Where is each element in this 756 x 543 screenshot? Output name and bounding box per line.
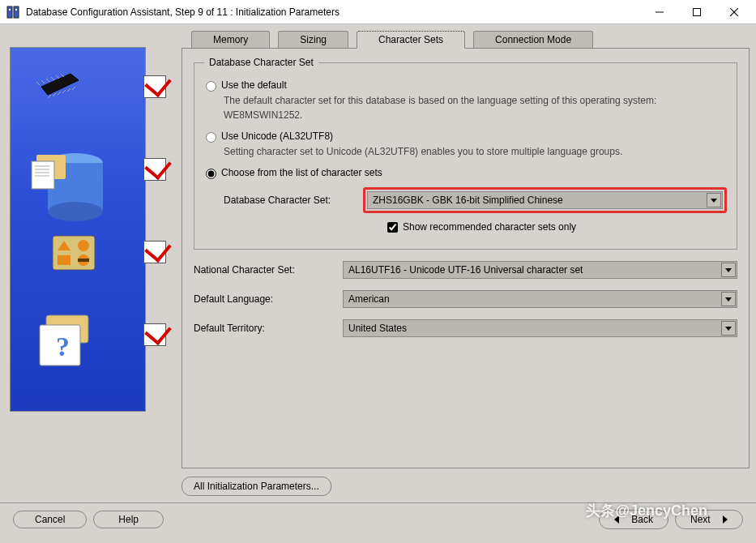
window-title: Database Configuration Assistant, Step 9…: [26, 6, 641, 18]
tab-sizing[interactable]: Sizing: [278, 31, 348, 49]
fieldset-legend: Database Character Set: [204, 57, 318, 68]
national-charset-label: National Character Set:: [194, 264, 343, 276]
arrow-right-icon: [723, 515, 728, 524]
svg-line-17: [58, 92, 61, 95]
wizard-button-bar: Cancel Help Back Next: [0, 502, 756, 536]
default-territory-select[interactable]: United States: [343, 319, 737, 337]
default-territory-label: Default Territory:: [194, 323, 343, 334]
chevron-down-icon: [707, 193, 721, 207]
db-charset-value: ZHS16GBK - GBK 16-bit Simplified Chinese: [373, 195, 563, 206]
svg-point-23: [48, 202, 103, 221]
use-default-description: The default character set for this datab…: [224, 93, 727, 122]
wizard-side-panel: ?: [6, 31, 173, 496]
next-label: Next: [690, 514, 711, 525]
cancel-button[interactable]: Cancel: [13, 511, 87, 528]
radio-use-unicode-label: Use Unicode (AL32UTF8): [221, 130, 333, 142]
maximize-button[interactable]: [678, 0, 715, 24]
db-charset-label: Database Character Set:: [224, 195, 355, 206]
titlebar: Database Configuration Assistant, Step 9…: [0, 0, 756, 24]
svg-line-16: [53, 93, 56, 96]
tab-memory[interactable]: Memory: [191, 31, 270, 49]
default-language-select[interactable]: American: [343, 290, 737, 308]
cancel-label: Cancel: [35, 514, 65, 525]
checkmark-icon: [143, 241, 166, 263]
radio-use-unicode[interactable]: [206, 132, 216, 143]
national-charset-select[interactable]: AL16UTF16 - Unicode UTF-16 Universal cha…: [343, 261, 737, 279]
checkmark-icon: [143, 323, 166, 346]
svg-rect-33: [58, 255, 70, 265]
radio-use-default-label: Use the default: [221, 79, 287, 91]
svg-marker-8: [41, 74, 79, 95]
radio-choose-list-label: Choose from the list of character sets: [221, 167, 382, 178]
svg-line-11: [46, 79, 49, 82]
svg-line-18: [62, 90, 66, 93]
chevron-down-icon: [721, 263, 736, 277]
minimize-button[interactable]: [641, 0, 678, 24]
default-language-label: Default Language:: [194, 293, 343, 305]
show-recommended-checkbox[interactable]: [387, 222, 398, 233]
svg-rect-1: [14, 6, 19, 18]
radio-use-default[interactable]: [206, 81, 216, 92]
back-label: Back: [631, 514, 653, 525]
svg-rect-25: [32, 161, 54, 189]
db-charset-fieldset: Database Character Set Use the default T…: [194, 57, 737, 250]
svg-line-19: [67, 88, 70, 92]
help-label: Help: [118, 514, 139, 525]
all-init-params-label: All Initialization Parameters...: [194, 481, 319, 492]
documents-db-icon: [27, 139, 100, 212]
national-charset-value: AL16UTF16 - Unicode UTF-16 Universal cha…: [348, 264, 583, 276]
default-language-value: American: [348, 293, 390, 305]
radio-choose-list[interactable]: [206, 169, 216, 179]
tabs: Memory Sizing Character Sets Connection …: [182, 31, 750, 49]
svg-text:?: ?: [56, 331, 70, 361]
close-button[interactable]: [715, 0, 753, 24]
svg-rect-3: [15, 9, 17, 11]
db-charset-select[interactable]: ZHS16GBK - GBK 16-bit Simplified Chinese: [367, 191, 723, 209]
all-init-params-button[interactable]: All Initialization Parameters...: [182, 477, 331, 496]
svg-point-32: [78, 240, 89, 251]
chip-icon: [35, 69, 83, 111]
shapes-icon: [51, 234, 100, 276]
show-recommended-label: Show recommended character sets only: [403, 221, 576, 233]
chevron-down-icon: [721, 321, 736, 336]
svg-line-12: [51, 77, 54, 80]
arrow-left-icon: [614, 515, 619, 524]
next-button[interactable]: Next: [675, 510, 743, 529]
svg-line-20: [72, 87, 75, 90]
svg-rect-0: [7, 6, 12, 18]
checkmark-icon: [143, 75, 166, 98]
svg-rect-5: [694, 8, 701, 15]
svg-line-9: [36, 82, 40, 85]
wizard-progress-image: ?: [10, 47, 146, 412]
use-unicode-description: Setting character set to Unicode (AL32UT…: [224, 144, 727, 159]
help-button[interactable]: Help: [93, 511, 164, 528]
default-territory-value: United States: [348, 323, 407, 334]
svg-line-15: [48, 95, 51, 98]
back-button[interactable]: Back: [599, 510, 668, 529]
svg-line-14: [61, 74, 64, 77]
help-doc-icon: ?: [35, 312, 100, 369]
tab-connection-mode[interactable]: Connection Mode: [473, 31, 593, 49]
svg-line-10: [41, 80, 45, 83]
tab-character-sets[interactable]: Character Sets: [357, 31, 465, 49]
svg-rect-2: [9, 9, 11, 11]
tab-panel-character-sets: Database Character Set Use the default T…: [182, 48, 750, 468]
svg-line-13: [56, 75, 59, 79]
chevron-down-icon: [721, 292, 736, 306]
app-icon: [6, 6, 19, 19]
checkmark-icon: [143, 158, 166, 181]
